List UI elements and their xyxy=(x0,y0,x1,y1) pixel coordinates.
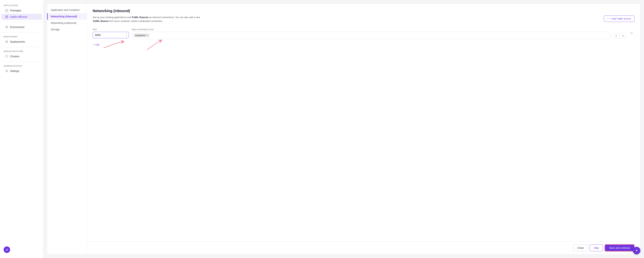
add-link[interactable]: + Add xyxy=(93,43,100,46)
divider-3 xyxy=(0,47,43,47)
plus-icon: + xyxy=(607,17,609,20)
nav-item-networking-inbound[interactable]: Networking (inbound) xyxy=(47,13,87,20)
panel-right: Networking (inbound) Set up your existin… xyxy=(87,4,640,254)
panel-body: Networking (inbound) Set up your existin… xyxy=(87,4,640,242)
stable-diffusion-icon xyxy=(5,15,8,18)
packages-icon xyxy=(5,9,8,12)
connections-field-group: allow connections from anywhere × xyxy=(132,28,610,39)
chevron-down-icon-2: ▾ xyxy=(622,34,624,37)
tag-text: anywhere xyxy=(135,34,145,37)
port-spinners: ▲ ▼ xyxy=(125,33,128,38)
sidebar-section-label-administration: Administration xyxy=(0,64,43,68)
panel-nav: Application and Container Networking (in… xyxy=(47,4,87,254)
port-decrement-button[interactable]: ▼ xyxy=(125,35,128,38)
skip-button[interactable]: Skip xyxy=(590,244,603,251)
add-traffic-source-button[interactable]: + + Add Traffic Source xyxy=(604,16,634,22)
sidebar-section-infrastructure: Infrastructure Clusters xyxy=(0,49,43,60)
expand-button-2[interactable]: ▾ xyxy=(620,33,626,39)
sidebar-item-environment[interactable]: Environment xyxy=(2,24,42,30)
footer-actions: Close Skip Save and continue xyxy=(87,242,640,254)
port-section: Port ▲ ▼ allow connections fr xyxy=(93,28,634,39)
sidebar-item-label-deployments: Deployments xyxy=(10,40,25,43)
add-icon: + xyxy=(93,43,94,46)
panel-title: Networking (inbound) xyxy=(93,9,634,13)
sidebar-section-env: Environment xyxy=(0,24,43,30)
nav-item-app-container[interactable]: Application and Container xyxy=(47,7,87,13)
sidebar-item-label-settings: Settings xyxy=(10,70,19,72)
clusters-icon xyxy=(5,55,8,58)
sidebar-section-administration: Administration Settings xyxy=(0,64,43,74)
port-increment-button[interactable]: ▲ xyxy=(125,33,128,35)
sidebar-item-label-clusters: Clusters xyxy=(10,55,19,58)
sidebar-section-label-monitoring: Monitoring xyxy=(0,34,43,38)
connections-input[interactable]: anywhere × xyxy=(132,32,610,39)
port-input-wrap: ▲ ▼ xyxy=(93,32,129,38)
sidebar-item-label-packages: Packages xyxy=(10,9,21,12)
chevron-down-icon: ▾ xyxy=(616,34,617,37)
sidebar-section-application: Application Packages Stable diffusion xyxy=(0,3,43,20)
divider-1 xyxy=(0,22,43,22)
svg-point-2 xyxy=(6,26,8,28)
sidebar-item-label-environment: Environment xyxy=(10,26,24,28)
add-traffic-source-label: + Add Traffic Source xyxy=(610,17,631,20)
row-actions: ▾ ▾ xyxy=(613,28,626,39)
sidebar-item-stable-diffusion[interactable]: Stable diffusion xyxy=(2,14,42,20)
settings-icon xyxy=(5,70,8,73)
sidebar-section-monitoring: Monitoring Deployments xyxy=(0,34,43,45)
sidebar-item-settings[interactable]: Settings xyxy=(2,68,42,74)
deployments-icon xyxy=(5,40,8,43)
save-continue-button[interactable]: Save and continue xyxy=(605,244,634,251)
sidebar-item-deployments[interactable]: Deployments xyxy=(2,39,42,45)
tag-remove-button[interactable]: × xyxy=(146,34,148,37)
sidebar-item-packages[interactable]: Packages xyxy=(2,8,42,14)
sidebar-section-label-infrastructure: Infrastructure xyxy=(0,49,43,53)
description-row: Set up your existing applications and Tr… xyxy=(93,16,634,23)
svg-point-3 xyxy=(6,27,7,28)
connections-tag: anywhere × xyxy=(134,34,150,37)
sidebar-footer: U xyxy=(0,244,43,255)
port-row: Port ▲ ▼ allow connections fr xyxy=(93,28,634,39)
environment-icon xyxy=(5,26,8,29)
sidebar-section-label-application: Application xyxy=(0,3,43,7)
svg-rect-0 xyxy=(6,10,8,12)
sidebar-item-label-stable-diffusion: Stable diffusion xyxy=(10,15,27,18)
sidebar: Application Packages Stable diffusion xyxy=(0,0,43,258)
svg-marker-4 xyxy=(6,55,8,58)
help-widget[interactable]: ✦ xyxy=(633,247,640,254)
main-content: Application and Container Networking (in… xyxy=(43,0,644,258)
nav-item-networking-outbound[interactable]: Networking (outbound) xyxy=(47,20,87,26)
delete-row-button[interactable] xyxy=(629,28,634,34)
close-button[interactable]: Close xyxy=(573,244,588,251)
expand-button[interactable]: ▾ xyxy=(613,33,619,39)
trash-icon xyxy=(630,32,633,35)
port-label: Port xyxy=(93,28,129,31)
connections-label: allow connections from xyxy=(132,28,610,31)
panel: Application and Container Networking (in… xyxy=(47,4,640,254)
sidebar-item-clusters[interactable]: Clusters xyxy=(2,53,42,60)
add-link-label: Add xyxy=(95,43,100,46)
description-text: Set up your existing applications and Tr… xyxy=(93,16,201,23)
svg-point-5 xyxy=(6,71,7,72)
port-field-group: Port ▲ ▼ xyxy=(93,28,129,38)
port-input[interactable] xyxy=(93,32,129,38)
help-icon: ✦ xyxy=(635,248,638,252)
nav-item-storage[interactable]: Storage xyxy=(47,26,87,33)
avatar[interactable]: U xyxy=(4,246,10,253)
